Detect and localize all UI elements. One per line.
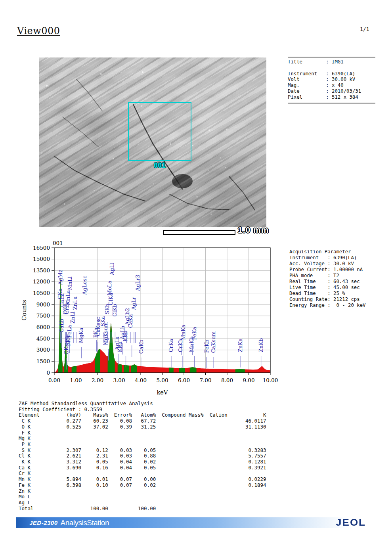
spectrum-fill-identified [190, 248, 197, 373]
spectrum-fill-identified [179, 248, 185, 373]
zaf-row: Mn K 5.894 0.01 0.07 0.00 0.0229 [19, 477, 296, 482]
peak-label: AgLr [131, 297, 137, 310]
y-axis-title: Counts [21, 300, 27, 321]
spectrum-fill-identified [118, 248, 122, 373]
peak-label: CaKb [138, 340, 144, 354]
x-tick-label: 7.00 [199, 377, 211, 383]
zaf-fitting-coefficient: Fitting Coefficient : 0.3559 [19, 407, 296, 413]
acquisition-line: Acquisition Parameter [289, 249, 381, 255]
x-axis-title: keV [157, 389, 168, 396]
roi-box [128, 102, 191, 161]
zaf-row: Cr K [19, 471, 296, 477]
roi-label: 001 [128, 161, 191, 169]
peak-label: CrKa [168, 339, 174, 352]
zaf-row: P K [19, 442, 296, 448]
spectrum-fill-identified [235, 248, 245, 373]
acquisition-line: Instrument : 6390(LA) [289, 255, 381, 261]
footer-product-name: JED-2300 [29, 519, 58, 526]
eds-spectrum-chart: CKaAgMzCaLaCaLbOKaCrLaCKsumMnLaMnLlFKaFe… [17, 238, 294, 402]
zaf-row: Ca K 3.690 0.16 0.04 0.05 0.3921 [19, 465, 296, 471]
scale-bar-label: 1.0 mm [238, 225, 269, 235]
zaf-header-row: Element (keV) Mass% Error% Atom% Compoun… [19, 412, 296, 418]
image-info-panel: Title : IMG1---------------------------I… [288, 57, 375, 103]
x-tick-label: 10.00 [263, 377, 278, 383]
x-tick-label: 8.00 [221, 377, 233, 383]
spectrum-svg: CKaAgMzCaLaCaLbOKaCrLaCKsumMnLaMnLlFKaFe… [17, 238, 294, 400]
peak-label: ZnLl [70, 312, 76, 323]
y-tick-label: 16500 [33, 245, 50, 251]
peak-label: KKb [122, 331, 128, 342]
peak-label: CrKb [178, 339, 184, 352]
zaf-row: K K 3.312 0.05 0.04 0.02 0.1281 [19, 459, 296, 465]
peak-label: AgLl [109, 263, 115, 276]
peak-label: ClKb [112, 304, 118, 317]
acquisition-line: Counting Rate: 21212 cps [289, 297, 381, 302]
zaf-row: S K 2.307 0.12 0.03 0.05 0.3283 [19, 448, 296, 454]
acquisition-line: PHA mode : T2 [289, 273, 381, 279]
zaf-analysis-table: ZAF Method Standardless Quantitative Ana… [19, 401, 296, 511]
sem-image: 001 [39, 57, 266, 227]
x-tick-label: 5.00 [156, 377, 168, 383]
peak-label: MnLl [67, 276, 73, 290]
footer-app-name: AnalysisStation [61, 519, 109, 527]
x-tick-label: 2.00 [92, 377, 103, 383]
image-info-line: Pixel : 512 x 384 [288, 94, 375, 100]
image-info-line: Mag. : x 40 [288, 82, 375, 88]
page-number: 1/1 [360, 26, 369, 32]
y-tick-label: 4500 [36, 335, 50, 342]
zaf-row: F K [19, 430, 296, 436]
peak-label: ZnKa [237, 338, 243, 352]
peak-label: CaKa [128, 314, 134, 328]
acquisition-line: Energy Range : 0 - 20 keV [289, 302, 381, 308]
zaf-row: C K 0.277 60.23 0.08 67.72 46.0117 [19, 418, 296, 424]
peak-label: FeKb [204, 339, 210, 353]
peak-label: ZnKb [258, 338, 264, 352]
image-info-line: Instrument : 6390(LA) [288, 71, 375, 77]
peak-label: AgMz [57, 270, 63, 285]
y-tick-label: 12000 [33, 278, 50, 285]
zaf-row: O K 0.525 37.02 0.39 31.25 31.1130 [19, 424, 296, 430]
image-info-line: Date : 2010/03/31 [288, 88, 375, 94]
image-info-line: Volt : 30.00 kV [288, 77, 375, 82]
acquisition-line: Dead Time : 25 % [289, 291, 381, 297]
x-tick-label: 1.00 [70, 377, 82, 383]
y-tick-label: 1500 [36, 358, 50, 364]
jeol-logo: JEOL [336, 517, 366, 528]
footer-bar: JED-2300 AnalysisStation JEOL [16, 517, 377, 528]
peak-label: ZnLa [72, 297, 78, 310]
peak-label: MnLa [65, 290, 71, 305]
y-tick-label: 3000 [36, 346, 50, 353]
zaf-row: Cl K 2.621 2.31 0.03 0.88 5.7557 [19, 453, 296, 459]
x-tick-label: 4.00 [135, 377, 147, 383]
peak-label: AgLesc [82, 276, 88, 295]
acquisition-parameter-panel: Acquisition ParameterInstrument : 6390(L… [289, 249, 381, 308]
page-title: View000 [17, 25, 60, 36]
scale-bar [163, 230, 235, 235]
acquisition-line: Real Time : 60.43 sec [289, 279, 381, 285]
y-tick-label: 0 [46, 369, 50, 376]
y-tick-label: 10500 [33, 290, 50, 296]
image-info-line: --------------------------- [288, 65, 375, 71]
x-tick-label: 9.00 [243, 377, 254, 383]
acquisition-line: Probe Current: 1.00000 nA [289, 267, 381, 273]
peak-label: CaLb [59, 319, 65, 333]
report-page: View000 1/1 001 1.0 mm [0, 0, 392, 555]
peak-label: KKa [117, 341, 123, 352]
zaf-title: ZAF Method Standardless Quantitative Ana… [19, 401, 296, 407]
peak-label: ClKa [108, 293, 114, 305]
zaf-row: Mo L [19, 494, 296, 500]
zaf-row: Ag L [19, 500, 296, 506]
spectrum-fill-identified [58, 248, 62, 373]
y-tick-label: 7500 [36, 312, 50, 319]
peak-label: FeLa [67, 325, 73, 338]
peak-label: AgLr3 [135, 275, 141, 291]
image-info-line: Title : IMG1 [288, 59, 375, 65]
acquisition-line: Acc. Voltage : 30.0 kV [289, 261, 381, 267]
zaf-row: Total 100.00 100.00 [19, 506, 296, 512]
spectrum-title: 001 [53, 240, 63, 246]
zaf-row: Fe K 6.398 0.10 0.07 0.02 0.1894 [19, 482, 296, 488]
y-tick-label: 13500 [33, 267, 50, 274]
y-tick-label: 9000 [36, 301, 50, 308]
x-tick-label: 3.00 [113, 377, 125, 383]
peak-label: FeKa [191, 327, 197, 340]
